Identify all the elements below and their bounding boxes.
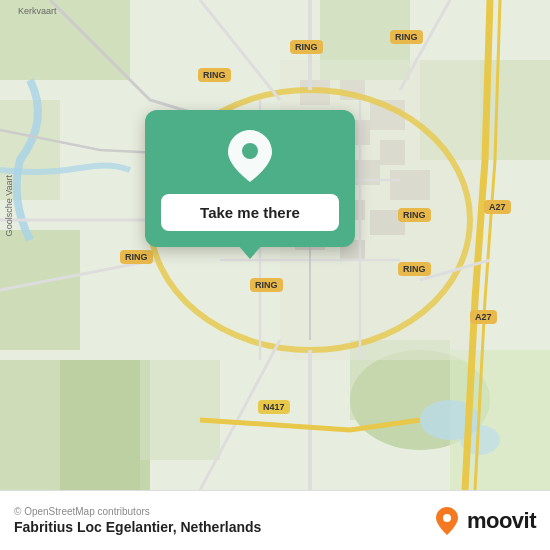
svg-point-30 bbox=[242, 143, 258, 159]
ring-badge-6: RING bbox=[250, 278, 283, 292]
svg-rect-5 bbox=[140, 360, 220, 460]
moovit-brand-text: moovit bbox=[467, 508, 536, 534]
map-label-goolsche-vaart: Goolsche Vaart bbox=[4, 175, 14, 236]
svg-point-31 bbox=[443, 514, 451, 522]
location-pin-icon bbox=[224, 130, 276, 182]
map-view: Kerkvaart Goolsche Vaart RING RING RING … bbox=[0, 0, 550, 490]
svg-rect-2 bbox=[0, 230, 80, 350]
n417-badge: N417 bbox=[258, 400, 290, 414]
ring-badge-3: RING bbox=[390, 30, 423, 44]
bottom-bar: © OpenStreetMap contributors Fabritius L… bbox=[0, 490, 550, 550]
ring-badge-1: RING bbox=[198, 68, 231, 82]
map-label-kerkvaart: Kerkvaart bbox=[18, 6, 57, 16]
a27-badge-2: A27 bbox=[470, 310, 497, 324]
svg-rect-23 bbox=[390, 170, 430, 200]
a27-badge-1: A27 bbox=[484, 200, 511, 214]
popup-card: Take me there bbox=[145, 110, 355, 247]
copyright-text: © OpenStreetMap contributors bbox=[14, 506, 261, 517]
location-title: Fabritius Loc Egelantier, Netherlands bbox=[14, 519, 261, 535]
svg-rect-4 bbox=[60, 360, 150, 490]
svg-rect-20 bbox=[380, 140, 405, 165]
ring-badge-7: RING bbox=[120, 250, 153, 264]
bottom-left-info: © OpenStreetMap contributors Fabritius L… bbox=[14, 506, 261, 535]
ring-badge-2: RING bbox=[290, 40, 323, 54]
ring-badge-5: RING bbox=[398, 262, 431, 276]
moovit-logo: moovit bbox=[431, 505, 536, 537]
take-me-there-button[interactable]: Take me there bbox=[161, 194, 339, 231]
ring-badge-4: RING bbox=[398, 208, 431, 222]
moovit-brand-icon bbox=[431, 505, 463, 537]
